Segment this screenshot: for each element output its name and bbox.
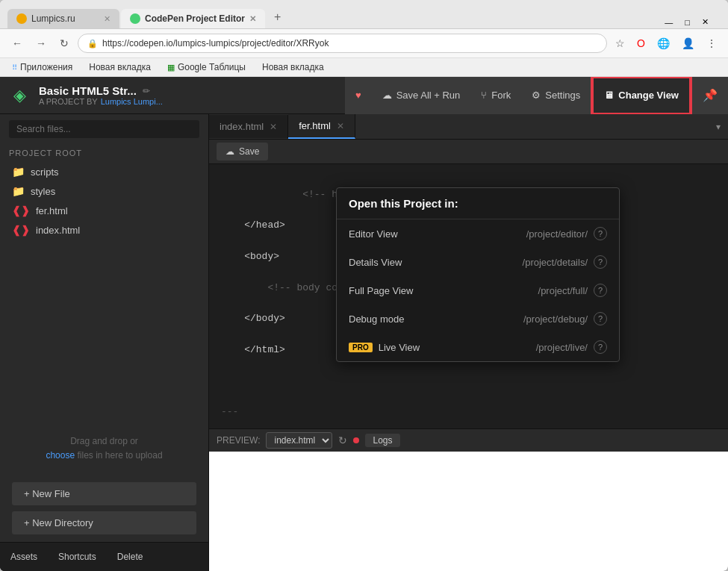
bookmark-apps[interactable]: ⠿ Приложения: [7, 60, 77, 74]
heart-icon: ♥: [355, 90, 361, 101]
bookmark-sheets[interactable]: ▦ Google Таблицы: [163, 60, 250, 74]
html-icon-index: ❰❱: [12, 224, 30, 236]
pro-badge: PRO: [349, 343, 373, 352]
dropdown-debug-label: Debug mode: [349, 313, 523, 325]
bookmarks-bar: ⠿ Приложения Новая вкладка ▦ Google Табл…: [0, 58, 728, 77]
dropdown-item-editor[interactable]: Editor View /project/editor/ ?: [337, 219, 619, 248]
tab-close-lumpics[interactable]: ✕: [104, 14, 111, 24]
sidebar: PROJECT ROOT 📁 scripts 📁 styles ❰❱ fer.h…: [0, 114, 209, 571]
save-all-button[interactable]: ☁ Save All + Run: [372, 77, 471, 114]
dropdown-details-label: Details View: [349, 257, 523, 268]
address-text: https://codepen.io/lumpics-lumpics/proje…: [102, 38, 329, 49]
dropdown-details-path: /project/details/: [523, 257, 588, 268]
window-restore[interactable]: □: [680, 16, 694, 28]
opera-btn[interactable]: O: [633, 36, 649, 51]
file-item-index-html[interactable]: ❰❱ index.html: [0, 220, 208, 240]
app-content: ◈ Basic HTML5 Str... ✏ A PROJECT BY Lump…: [0, 77, 728, 571]
dropdown-editor-path: /project/editor/: [526, 228, 588, 240]
menu-btn[interactable]: ⋮: [703, 36, 721, 51]
dropdown-debug-path: /project/debug/: [523, 313, 588, 325]
fork-button[interactable]: ⑂ Fork: [470, 77, 521, 114]
editor-tab-fer-label: fer.html: [299, 120, 331, 131]
editor-tab-index[interactable]: index.html ✕: [209, 115, 288, 138]
editor-tab-fer[interactable]: fer.html ✕: [288, 114, 355, 139]
dropdown-fullpage-help-icon[interactable]: ?: [594, 284, 607, 297]
upload-choose-link[interactable]: choose: [46, 450, 75, 461]
folder-icon-styles: 📁: [12, 185, 25, 197]
change-view-dropdown[interactable]: Open this Project in: Editor View /proje…: [336, 187, 620, 362]
dropdown-details-help-icon[interactable]: ?: [594, 255, 607, 269]
change-view-label: Change View: [618, 90, 679, 101]
lock-icon: 🔒: [87, 39, 98, 49]
tab-new-button[interactable]: +: [267, 6, 288, 28]
assets-button[interactable]: Assets: [0, 547, 48, 567]
fork-icon: ⑂: [481, 90, 487, 101]
upload-text-1: Drag and drop or: [70, 436, 138, 446]
dropdown-live-help-icon[interactable]: ?: [594, 340, 607, 354]
shortcuts-button[interactable]: Shortcuts: [48, 547, 107, 567]
editor-tab-index-label: index.html: [220, 121, 264, 132]
sheets-icon: ▦: [167, 63, 175, 72]
upload-area: Drag and drop or choose files in here to…: [0, 422, 208, 475]
apps-grid-icon: ⠿: [12, 63, 17, 72]
sidebar-actions: + New File + New Directory: [0, 475, 208, 542]
file-item-fer-html[interactable]: ❰❱ fer.html: [0, 201, 208, 220]
dropdown-item-details[interactable]: Details View /project/details/ ?: [337, 248, 619, 276]
heart-button[interactable]: ♥: [345, 77, 372, 114]
dropdown-editor-help-icon[interactable]: ?: [594, 227, 607, 240]
bookmark-new-tab-1[interactable]: Новая вкладка: [84, 60, 155, 74]
tab-label-codepen: CodePen Project Editor: [145, 13, 245, 24]
editor-scroll-down[interactable]: ▾: [709, 116, 728, 138]
browser-tabs: Lumpics.ru ✕ CodePen Project Editor ✕ + …: [7, 6, 721, 28]
nav-forward[interactable]: →: [31, 36, 51, 51]
new-file-button[interactable]: + New File: [12, 482, 196, 505]
address-bar[interactable]: 🔒 https://codepen.io/lumpics-lumpics/pro…: [78, 34, 607, 53]
dropdown-item-fullpage[interactable]: Full Page View /project/full/ ?: [337, 276, 619, 305]
preview-refresh-button[interactable]: ↻: [338, 434, 347, 446]
edit-title-icon[interactable]: ✏: [143, 86, 150, 96]
file-item-scripts[interactable]: 📁 scripts: [0, 162, 208, 181]
sidebar-footer: Assets Shortcuts Delete: [0, 542, 208, 571]
file-item-styles[interactable]: 📁 styles: [0, 181, 208, 201]
preview-file-select[interactable]: index.html: [266, 432, 332, 449]
pin-button[interactable]: 📌: [692, 77, 728, 114]
upload-text-2: files in here to upload: [77, 450, 162, 461]
app-author: Lumpics Lumpi...: [101, 97, 163, 106]
dropdown-live-label: Live View: [379, 342, 536, 353]
nav-back[interactable]: ←: [7, 36, 27, 51]
search-input[interactable]: [9, 120, 199, 138]
tab-close-codepen[interactable]: ✕: [249, 14, 256, 24]
project-root-label: PROJECT ROOT: [0, 144, 208, 162]
editor-tab-fer-close[interactable]: ✕: [337, 121, 344, 131]
window-close[interactable]: ✕: [697, 16, 713, 28]
save-cloud-icon: ☁: [225, 146, 234, 157]
html-icon-fer: ❰❱: [12, 205, 30, 216]
browser-tab-lumpics[interactable]: Lumpics.ru ✕: [7, 9, 119, 28]
bookmark-btn[interactable]: ☆: [612, 36, 629, 51]
editor-toolbar: ☁ Save: [209, 140, 728, 164]
delete-button[interactable]: Delete: [107, 547, 154, 567]
change-view-wrapper: 🖥 Change View: [591, 77, 692, 116]
user-btn[interactable]: 👤: [678, 36, 698, 51]
dropdown-debug-help-icon[interactable]: ?: [594, 312, 607, 325]
change-view-button[interactable]: 🖥 Change View: [592, 77, 691, 114]
editor-tab-index-close[interactable]: ✕: [270, 122, 277, 132]
dropdown-item-debug[interactable]: Debug mode /project/debug/ ?: [337, 305, 619, 333]
save-button[interactable]: ☁ Save: [217, 143, 268, 160]
dropdown-fullpage-label: Full Page View: [349, 285, 538, 296]
globe-btn[interactable]: 🌐: [653, 36, 673, 51]
browser-window: Lumpics.ru ✕ CodePen Project Editor ✕ + …: [0, 0, 728, 571]
pin-icon: 📌: [703, 88, 718, 102]
browser-tab-codepen[interactable]: CodePen Project Editor ✕: [121, 9, 265, 28]
preview-area: [209, 452, 728, 571]
dropdown-item-live[interactable]: PRO Live View /project/live/ ?: [337, 333, 619, 361]
window-minimize[interactable]: —: [660, 16, 677, 28]
nav-refresh[interactable]: ↻: [55, 36, 73, 51]
settings-button[interactable]: ⚙ Settings: [521, 77, 591, 114]
file-name-scripts: scripts: [31, 166, 59, 178]
dropdown-title: Open this Project in:: [337, 188, 619, 219]
preview-logs-button[interactable]: Logs: [365, 434, 399, 447]
new-directory-button[interactable]: + New Directory: [12, 511, 196, 534]
bookmark-apps-label: Приложения: [20, 62, 72, 72]
bookmark-new-tab-2[interactable]: Новая вкладка: [258, 60, 329, 74]
